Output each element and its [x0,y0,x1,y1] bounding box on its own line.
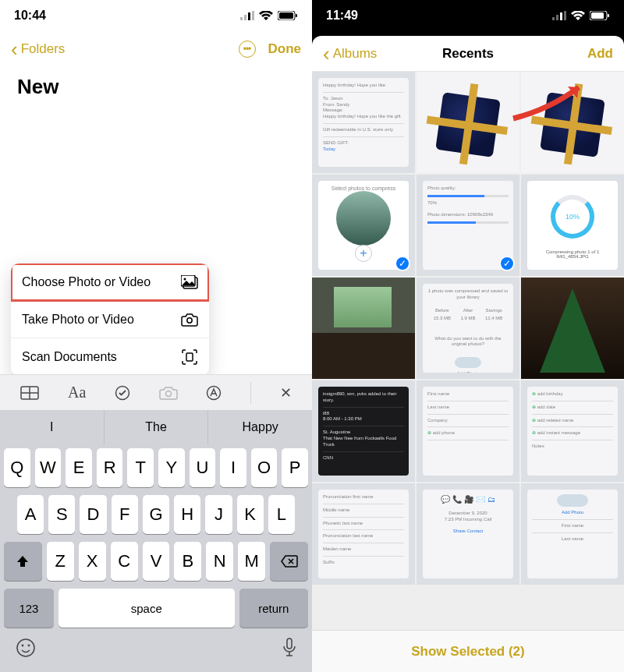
photo-thumb[interactable]: instgm890, wm, pvks added to their story… [312,380,415,482]
key-j[interactable]: J [205,495,232,534]
photo-thumb[interactable]: Pronunciation first nameMiddle namePhone… [312,483,415,585]
predict-2[interactable]: The [105,410,209,444]
photo-thumb[interactable]: First nameLast nameCompany⊕ add phone [417,380,519,482]
markup-button[interactable] [206,385,222,401]
photo-thumb[interactable]: 💬 📞 🎥 ✉️ 🗂December 9, 20207:23 PM Incomi… [417,483,519,585]
return-key[interactable]: return [239,589,308,628]
add-button[interactable]: Add [587,46,613,62]
camera-toolbar-button[interactable] [159,386,178,400]
key-e[interactable]: E [66,448,92,487]
key-g[interactable]: G [143,495,169,534]
text-format-button[interactable]: Aa [68,384,86,401]
dictation-button[interactable] [282,638,296,663]
take-label: Take Photo or Video [22,313,134,327]
albums-back-button[interactable]: ‹ Albums [323,44,377,64]
status-bar: 10:44 [0,0,312,31]
key-w[interactable]: W [35,448,62,487]
key-v[interactable]: V [143,542,170,581]
selected-check-icon: ✓ [395,256,410,271]
svg-point-19 [22,645,24,647]
svg-point-10 [187,317,192,322]
key-q[interactable]: Q [4,448,30,487]
choose-photo-video-button[interactable]: Choose Photo or Video [11,263,209,301]
key-k[interactable]: K [237,495,264,534]
key-u[interactable]: U [190,448,216,487]
svg-rect-22 [552,17,555,20]
photo-thumb[interactable]: 1 photo was compressed and saved to your… [417,278,519,379]
svg-rect-11 [186,353,193,361]
photo-library-icon [181,274,198,291]
close-toolbar-button[interactable]: ✕ [280,384,292,401]
key-c[interactable]: C [111,542,138,581]
more-button[interactable]: ••• [239,41,256,58]
shift-key[interactable] [4,542,42,581]
picker-navbar: ‹ Albums Recents Add [312,36,624,72]
notes-navbar: ‹ Folders ••• Done [0,31,312,67]
choose-label: Choose Photo or Video [22,275,151,289]
photo-thumb[interactable] [521,278,624,379]
key-row-1: Q W E R T Y U I O P [0,444,312,491]
checklist-button[interactable] [115,385,130,401]
emoji-button[interactable] [16,638,36,663]
photo-thumb[interactable] [417,72,519,173]
key-p[interactable]: P [282,448,308,487]
note-editor[interactable]: New [0,67,312,99]
table-button[interactable] [20,386,39,400]
key-m[interactable]: M [238,542,265,581]
photo-thumb[interactable]: 10%Compressing photo 1 of 1IMG_4854.JPG [521,175,624,276]
photo-thumb[interactable]: ⊕ add birthday⊕ add date⊕ add related na… [521,380,624,482]
key-f[interactable]: F [112,495,138,534]
space-key[interactable]: space [58,589,235,628]
chevron-left-icon: ‹ [323,44,330,64]
back-label: Folders [21,41,66,57]
toolbar-divider [250,382,251,404]
predict-3[interactable]: Happy [208,410,312,444]
key-b[interactable]: B [174,542,201,581]
key-d[interactable]: D [80,495,106,534]
key-row-3: Z X C V B N M [0,538,312,585]
key-y[interactable]: Y [158,448,185,487]
status-time-right: 11:49 [326,9,358,23]
keyboard-bottom-row [0,631,312,672]
attach-menu: Choose Photo or Video Take Photo or Vide… [11,263,209,376]
photo-thumb[interactable] [312,278,415,379]
key-i[interactable]: I [220,448,246,487]
predict-1[interactable]: I [0,410,105,444]
numbers-key[interactable]: 123 [4,589,54,628]
key-r[interactable]: R [97,448,123,487]
scan-documents-button[interactable]: Scan Documents [11,338,209,376]
wifi-icon [571,11,585,20]
cellular-icon [552,11,566,20]
key-z[interactable]: Z [47,542,74,581]
photo-picker-sheet: ‹ Albums Recents Add Happy birthday! Hop… [312,36,624,672]
key-t[interactable]: T [127,448,154,487]
notes-screen: 10:44 ‹ Folders ••• Done New Choose Phot… [0,0,312,672]
key-s[interactable]: S [48,495,75,534]
photo-thumb[interactable]: Add PhotoFirst nameLast name [521,483,624,585]
photo-thumb[interactable]: Happy birthday! Hope you likeTo: JasonFr… [312,72,415,173]
done-button[interactable]: Done [268,41,302,57]
svg-point-18 [17,639,34,656]
photo-grid[interactable]: Happy birthday! Hope you likeTo: JasonFr… [312,72,624,630]
key-h[interactable]: H [174,495,200,534]
folders-back-button[interactable]: ‹ Folders [11,39,65,59]
key-a[interactable]: A [17,495,44,534]
status-bar-right: 11:49 [312,0,624,31]
key-o[interactable]: O [251,448,278,487]
svg-rect-23 [556,15,558,20]
take-photo-video-button[interactable]: Take Photo or Video [11,301,209,338]
keyboard: I The Happy Q W E R T Y U I O P A S D F … [0,410,312,672]
key-x[interactable]: X [79,542,106,581]
svg-rect-21 [287,638,292,649]
key-n[interactable]: N [206,542,233,581]
svg-point-9 [184,278,186,280]
svg-rect-3 [252,11,254,20]
chevron-left-icon: ‹ [11,39,18,59]
show-selected-button[interactable]: Show Selected (2) [312,630,624,672]
key-l[interactable]: L [268,495,295,534]
photo-thumb[interactable]: Select photos to compress+✓ [312,175,415,276]
predictive-bar: I The Happy [0,410,312,444]
photo-thumb[interactable]: Photo quality:70%Photo dimensions: 10908… [417,175,519,276]
backspace-key[interactable] [270,542,308,581]
show-selected-label: Show Selected (2) [411,644,524,660]
